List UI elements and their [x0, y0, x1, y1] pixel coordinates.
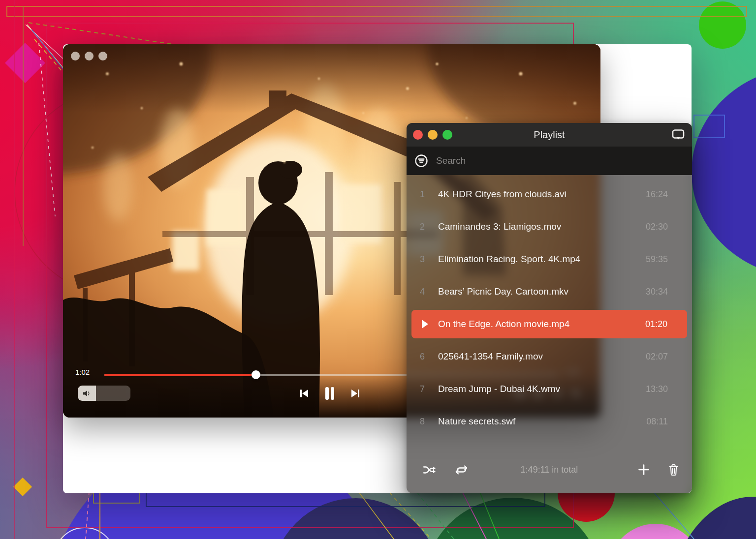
playlist-row-title: Bears’ Picnic Day. Cartoon.mkv [438, 286, 646, 297]
close-button[interactable] [71, 52, 80, 60]
pink-circle [609, 524, 702, 539]
search-input[interactable]: Search [436, 155, 466, 166]
playlist-row-duration: 02:07 [646, 352, 692, 362]
playlist-row-number: 3 [407, 254, 438, 265]
playlist-row-number: 7 [407, 384, 438, 394]
seek-bar-fill [104, 374, 256, 376]
playlist-row-duration: 08:11 [646, 417, 692, 427]
green-circle [699, 1, 746, 49]
playlist-row[interactable]: 3 Elimination Racing. Sport. 4K.mp4 59:3… [407, 243, 692, 275]
minimize-button[interactable] [85, 52, 94, 60]
playlist-row-duration: 13:30 [646, 384, 692, 394]
playlist-total-duration: 1:49:11 in total [407, 465, 692, 475]
playlist-row-number: 4 [407, 287, 438, 297]
desktop: 1:02 2:30 [0, 0, 756, 539]
playlist-titlebar: Playlist [407, 123, 692, 147]
video-window-controls [71, 52, 107, 60]
playlist-row[interactable]: 8 Nature secrets.swf 08:11 [407, 405, 692, 438]
playlist-row[interactable]: 7 Dream Jump - Dubai 4K.wmv 13:30 [407, 373, 692, 405]
playlist-row[interactable]: 6 025641-1354 Family.mov 02:07 [407, 340, 692, 373]
current-time-label: 1:02 [75, 368, 90, 376]
zoom-button[interactable] [98, 52, 107, 60]
playlist-row-title: Elimination Racing. Sport. 4K.mp4 [438, 254, 646, 265]
playlist-row[interactable]: 1 4K HDR Cityes from clouds.avi 16:24 [407, 178, 692, 210]
playlist-row-title: Caminandes 3: Liamigos.mov [438, 221, 646, 232]
search-filter-icon [414, 154, 428, 168]
detach-window-icon[interactable] [672, 128, 685, 141]
magenta-diamond [5, 43, 45, 83]
playlist-row[interactable]: 2 Caminandes 3: Liamigos.mov 02:30 [407, 210, 692, 243]
playlist-footer: 1:49:11 in total [407, 446, 692, 493]
playlist-row-title: On the Edge. Action movie.mp4 [438, 319, 645, 329]
speaker-icon [83, 390, 91, 397]
playlist-row-duration: 01:20 [645, 319, 687, 329]
playlist-items: 1 4K HDR Cityes from clouds.avi 16:24 2 … [407, 175, 692, 446]
yellow-diamond [13, 478, 32, 496]
playlist-row-title: 4K HDR Cityes from clouds.avi [438, 189, 646, 200]
playlist-row-number: 1 [407, 189, 438, 200]
previous-button[interactable] [299, 389, 310, 398]
indigo-circle [692, 66, 756, 278]
playlist-row-duration: 30:34 [646, 287, 692, 297]
transport-controls [299, 384, 361, 403]
pause-button[interactable] [324, 387, 336, 400]
playlist-row-title: 025641-1354 Family.mov [438, 351, 646, 362]
playlist-window: Playlist Search 1 4 [407, 123, 692, 493]
playlist-row-title: Nature secrets.swf [438, 416, 646, 427]
playlist-row-number: 2 [407, 222, 438, 232]
next-button[interactable] [350, 389, 361, 398]
playlist-row-duration: 02:30 [646, 222, 692, 232]
playlist-title: Playlist [407, 129, 692, 141]
volume-fill [78, 386, 96, 401]
playlist-row[interactable]: 4 Bears’ Picnic Day. Cartoon.mkv 30:34 [407, 275, 692, 308]
volume-slider[interactable] [78, 386, 130, 401]
playlist-row-duration: 59:35 [646, 254, 692, 265]
playlist-row-number: 8 [407, 417, 438, 427]
playlist-row-duration: 16:24 [646, 189, 692, 200]
now-playing-icon [411, 319, 438, 329]
playlist-row-title: Dream Jump - Dubai 4K.wmv [438, 384, 646, 394]
search-bar[interactable]: Search [407, 147, 692, 175]
playlist-row-number: 6 [407, 352, 438, 362]
playlist-row[interactable]: 5 On the Edge. Action movie.mp4 01:20 [411, 310, 687, 338]
